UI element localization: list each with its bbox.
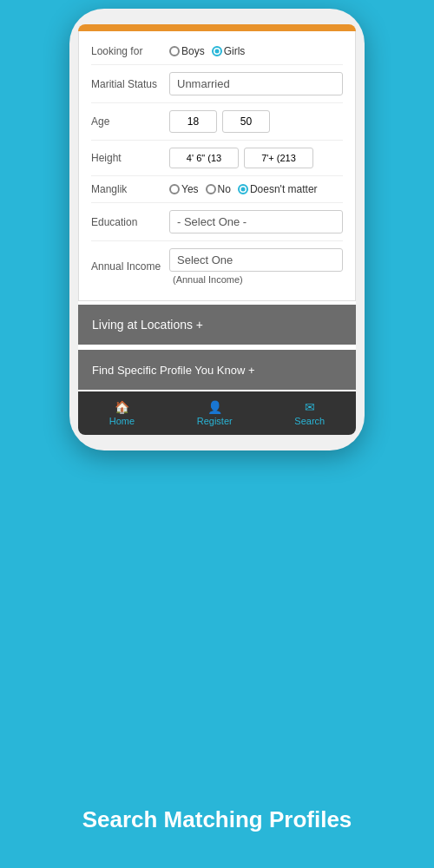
boys-label: Boys — [181, 45, 205, 57]
education-select[interactable]: - Select One - — [169, 210, 343, 233]
age-row: Age — [91, 103, 343, 141]
annual-income-sub: (Annual Income) — [169, 274, 343, 285]
annual-income-field: Select One (Annual Income) — [169, 248, 343, 285]
bottom-heading: Search Matching Profiles — [0, 806, 434, 833]
age-min-input[interactable] — [169, 110, 217, 133]
girls-option[interactable]: Girls — [212, 45, 246, 57]
boys-radio[interactable] — [169, 46, 180, 56]
manglik-dm-radio[interactable] — [238, 184, 248, 194]
register-icon: 👤 — [207, 400, 222, 414]
manglik-doesnt-matter[interactable]: Doesn't matter — [238, 183, 318, 195]
manglik-yes-label: Yes — [181, 183, 199, 195]
girls-label: Girls — [224, 45, 246, 57]
living-at-locations-section[interactable]: Living at Locations + — [78, 305, 356, 345]
annual-income-label: Annual Income — [91, 260, 169, 273]
annual-income-select[interactable]: Select One — [169, 248, 343, 272]
nav-home[interactable]: 🏠 Home — [109, 400, 135, 426]
girls-radio[interactable] — [212, 46, 222, 56]
marital-status-row: Maritial Status Unmarried — [91, 65, 343, 103]
phone-shell: Looking for Boys Girls Maritial Status U… — [69, 9, 365, 450]
age-inputs — [169, 110, 270, 133]
home-icon: 🏠 — [115, 400, 129, 414]
phone-screen: Looking for Boys Girls Maritial Status U… — [78, 24, 356, 435]
height-row: Height — [91, 141, 343, 176]
education-row: Education - Select One - — [91, 203, 343, 241]
manglik-yes-radio[interactable] — [169, 184, 180, 194]
looking-for-options: Boys Girls — [169, 45, 245, 57]
form-section: Looking for Boys Girls Maritial Status U… — [78, 31, 356, 301]
nav-register-label: Register — [197, 416, 233, 426]
age-max-input[interactable] — [222, 110, 270, 133]
search-icon: ✉ — [305, 400, 315, 414]
age-label: Age — [91, 115, 169, 128]
manglik-no[interactable]: No — [206, 183, 231, 195]
find-specific-label: Find Specific Profile You Know + — [92, 364, 255, 377]
manglik-row: Manglik Yes No Doesn't matter — [91, 176, 343, 203]
annual-income-row: Annual Income Select One (Annual Income) — [91, 241, 343, 292]
marital-status-value[interactable]: Unmarried — [169, 72, 343, 95]
living-at-locations-label: Living at Locations + — [92, 318, 203, 332]
looking-for-row: Looking for Boys Girls — [91, 38, 343, 65]
marital-status-label: Maritial Status — [91, 78, 169, 90]
manglik-no-label: No — [218, 183, 231, 195]
nav-home-label: Home — [109, 416, 135, 426]
boys-option[interactable]: Boys — [169, 45, 205, 57]
height-max-input[interactable] — [244, 148, 313, 168]
manglik-options: Yes No Doesn't matter — [169, 183, 318, 195]
education-label: Education — [91, 216, 169, 228]
height-min-input[interactable] — [169, 148, 239, 168]
manglik-dm-label: Doesn't matter — [250, 183, 318, 195]
nav-register[interactable]: 👤 Register — [197, 400, 233, 426]
looking-for-label: Looking for — [91, 45, 169, 57]
find-specific-profile-section[interactable]: Find Specific Profile You Know + — [78, 350, 356, 390]
manglik-no-radio[interactable] — [206, 184, 216, 194]
manglik-yes[interactable]: Yes — [169, 183, 199, 195]
nav-search-label: Search — [294, 416, 325, 426]
manglik-label: Manglik — [91, 183, 169, 195]
height-inputs — [169, 148, 313, 168]
nav-search[interactable]: ✉ Search — [294, 400, 325, 426]
bottom-nav: 🏠 Home 👤 Register ✉ Search — [78, 391, 356, 435]
header-bar — [78, 24, 356, 31]
height-label: Height — [91, 152, 169, 164]
